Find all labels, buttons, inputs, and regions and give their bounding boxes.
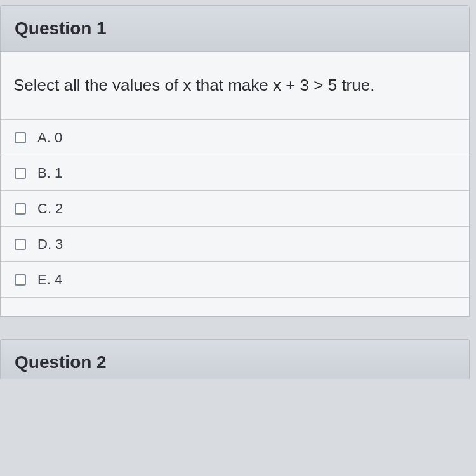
checkbox-icon[interactable] <box>15 239 26 250</box>
answer-option-e-label: E. 4 <box>37 272 62 288</box>
checkbox-icon[interactable] <box>15 274 26 286</box>
answer-option-c[interactable]: C. 2 <box>1 190 469 226</box>
question-1-title: Question 1 <box>15 18 107 38</box>
question-1-prompt: Select all the values of x that make x +… <box>13 74 456 96</box>
question-1-body: Select all the values of x that make x +… <box>1 52 469 116</box>
answer-option-d-label: D. 3 <box>37 236 63 253</box>
question-2-title: Question 2 <box>15 352 107 372</box>
question-1-panel: Question 1 Select all the values of x th… <box>0 5 470 317</box>
answer-option-d[interactable]: D. 3 <box>1 226 469 261</box>
answer-option-e[interactable]: E. 4 <box>1 261 469 297</box>
question-2-panel: Question 2 <box>0 339 470 379</box>
answers-spacer <box>1 297 469 316</box>
question-1-header: Question 1 <box>1 6 469 52</box>
answer-option-b-label: B. 1 <box>37 165 62 182</box>
checkbox-icon[interactable] <box>15 132 26 143</box>
checkbox-icon[interactable] <box>15 168 26 179</box>
answer-option-c-label: C. 2 <box>37 201 63 217</box>
answer-list: A. 0 B. 1 C. 2 D. 3 E. 4 <box>1 119 469 316</box>
answer-option-b[interactable]: B. 1 <box>1 155 469 190</box>
answer-option-a-label: A. 0 <box>37 129 62 146</box>
question-2-header: Question 2 <box>1 340 469 379</box>
checkbox-icon[interactable] <box>15 203 26 215</box>
answer-option-a[interactable]: A. 0 <box>1 119 469 155</box>
